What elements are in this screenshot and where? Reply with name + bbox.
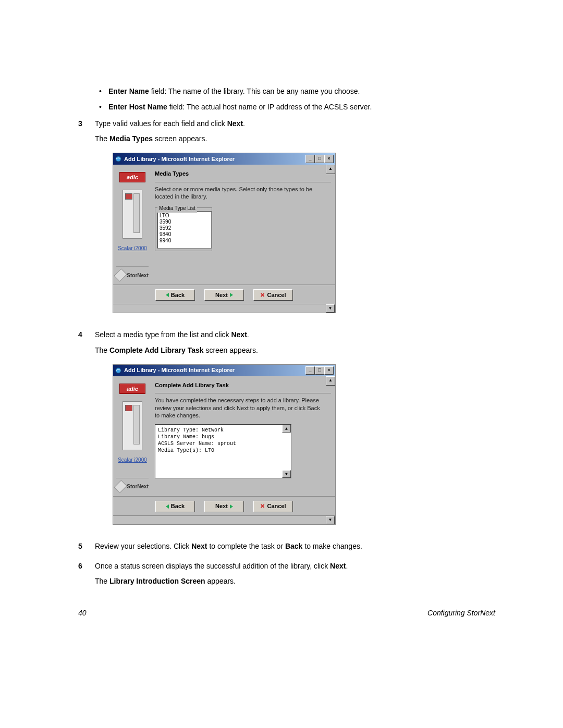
scalar-rack-image xyxy=(123,401,142,450)
list-item[interactable]: 3590 xyxy=(160,219,210,225)
scroll-up-button[interactable]: ▲ xyxy=(326,165,335,174)
dialog-instruction: You have completed the necessary steps t… xyxy=(155,397,331,419)
ie-icon xyxy=(115,155,122,163)
stornext-label: StorNext xyxy=(127,482,149,491)
step-6: 6 Once a status screen displays the succ… xyxy=(78,560,495,591)
adic-logo: adic xyxy=(119,384,145,394)
section-title: Configuring StorNext xyxy=(427,609,495,617)
dialog-instruction: Select one or more media types. Select o… xyxy=(155,186,331,201)
scroll-up-button[interactable]: ▲ xyxy=(326,376,335,386)
back-button[interactable]: Back xyxy=(155,289,195,301)
field-description-list: Enter Name field: The name of the librar… xyxy=(99,86,495,113)
titlebar: Add Library - Microsoft Internet Explore… xyxy=(113,153,335,165)
step-3: 3 Type valid values for each field and c… xyxy=(78,118,495,325)
triangle-left-icon xyxy=(166,504,169,509)
scroll-down-button[interactable] xyxy=(113,515,335,524)
cancel-button[interactable]: ✕Cancel xyxy=(253,289,293,301)
review-textarea[interactable]: ▲ ▼ Library Type: Network Library Name: … xyxy=(155,424,291,478)
dialog-sidebar: adic Scalar i2000 StorNext xyxy=(113,376,151,496)
maximize-button[interactable]: □ xyxy=(315,366,324,375)
scalar-link[interactable]: Scalar i2000 xyxy=(118,244,147,253)
list-item[interactable]: 9940 xyxy=(160,238,210,244)
page-number: 40 xyxy=(78,609,87,617)
review-line: Library Type: Network xyxy=(158,427,288,434)
list-item[interactable]: 9840 xyxy=(160,231,210,238)
scrollbar-down-icon[interactable]: ▼ xyxy=(282,470,291,478)
dialog-sidebar: adic Scalar i2000 StorNext xyxy=(113,165,151,285)
triangle-right-icon xyxy=(230,504,233,509)
adic-logo: adic xyxy=(119,172,145,182)
close-button[interactable]: × xyxy=(324,155,334,163)
step-number: 4 xyxy=(78,329,83,536)
step-body: Select a media type from the list and cl… xyxy=(95,329,495,536)
step-5: 5 Review your selections. Click Next to … xyxy=(78,540,495,556)
step-number: 5 xyxy=(78,540,83,556)
back-button[interactable]: Back xyxy=(155,501,195,512)
stornext-label: StorNext xyxy=(127,271,149,280)
media-types-dialog: Add Library - Microsoft Internet Explore… xyxy=(113,153,336,313)
ie-icon xyxy=(115,367,122,374)
media-type-fieldset: Media Type List LTO 3590 3592 9840 9940 xyxy=(155,207,212,251)
window-title: Add Library - Microsoft Internet Explore… xyxy=(124,365,303,375)
dialog-heading: Complete Add Library Task xyxy=(155,380,331,390)
step-4: 4 Select a media type from the list and … xyxy=(78,329,495,536)
step-number: 6 xyxy=(78,560,83,591)
minimize-button[interactable]: _ xyxy=(305,155,315,163)
titlebar: Add Library - Microsoft Internet Explore… xyxy=(113,365,335,376)
x-icon: ✕ xyxy=(260,501,265,511)
scroll-down-button[interactable] xyxy=(113,304,335,313)
media-type-list[interactable]: LTO 3590 3592 9840 9940 xyxy=(157,211,212,249)
triangle-left-icon xyxy=(166,293,169,297)
review-line: ACSLS Server Name: sprout xyxy=(158,440,288,447)
step-body: Review your selections. Click Next to co… xyxy=(95,540,495,556)
x-icon: ✕ xyxy=(260,290,265,300)
dialog-button-bar: Back Next ✕Cancel xyxy=(113,285,335,304)
bullet-item: Enter Host Name field: The actual host n… xyxy=(99,102,495,112)
bullet-text: field: The name of the library. This can… xyxy=(149,87,360,95)
next-button[interactable]: Next xyxy=(204,501,244,512)
window-title: Add Library - Microsoft Internet Explore… xyxy=(124,154,303,164)
dialog-button-bar: Back Next ✕Cancel xyxy=(113,496,335,515)
review-line: Library Name: bugs xyxy=(158,434,288,440)
close-button[interactable]: × xyxy=(324,366,334,375)
page-footer: 40 Configuring StorNext xyxy=(78,609,495,617)
bullet-item: Enter Name field: The name of the librar… xyxy=(99,86,495,96)
next-button[interactable]: Next xyxy=(204,289,244,301)
cancel-button[interactable]: ✕Cancel xyxy=(253,501,293,512)
step-body: Once a status screen displays the succes… xyxy=(95,560,495,591)
list-item[interactable]: 3592 xyxy=(160,225,210,231)
maximize-button[interactable]: □ xyxy=(315,155,324,163)
bullet-bold: Enter Name xyxy=(108,87,149,95)
list-item[interactable]: LTO xyxy=(160,213,210,219)
stornext-icon xyxy=(114,480,127,493)
step-body: Type valid values for each field and cli… xyxy=(95,118,495,325)
stornext-icon xyxy=(114,268,127,282)
bullet-text: field: The actual host name or IP addres… xyxy=(167,103,372,111)
bullet-bold: Enter Host Name xyxy=(108,103,167,111)
triangle-right-icon xyxy=(230,293,233,297)
scalar-rack-image xyxy=(123,190,142,239)
review-line: Media Type(s): LTO xyxy=(158,447,288,454)
step-number: 3 xyxy=(78,118,83,325)
scalar-link[interactable]: Scalar i2000 xyxy=(118,455,147,464)
scrollbar-up-icon[interactable]: ▲ xyxy=(282,425,291,433)
fieldset-legend: Media Type List xyxy=(157,204,197,213)
minimize-button[interactable]: _ xyxy=(305,366,315,375)
dialog-heading: Media Types xyxy=(155,169,331,179)
complete-add-library-dialog: Add Library - Microsoft Internet Explore… xyxy=(113,364,336,525)
